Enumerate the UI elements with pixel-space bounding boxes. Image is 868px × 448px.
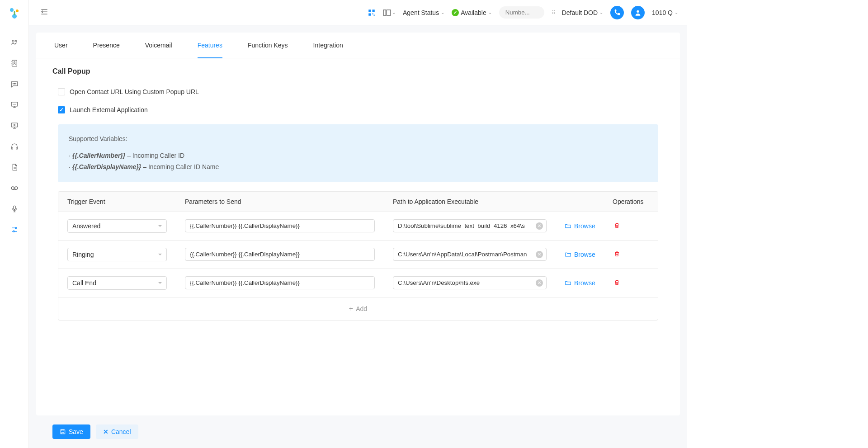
sidebar — [0, 0, 29, 448]
svg-rect-22 — [368, 13, 371, 15]
tab-integration[interactable]: Integration — [313, 33, 343, 58]
svg-rect-14 — [16, 147, 17, 150]
svg-point-19 — [13, 231, 14, 232]
svg-point-3 — [12, 40, 14, 42]
tab-features[interactable]: Features — [198, 33, 222, 58]
browse-button-1[interactable]: Browse — [565, 251, 595, 258]
dialpad-icon[interactable]: ⠿ — [552, 9, 555, 16]
svg-point-16 — [14, 187, 17, 189]
col-path-header: Path to Application Executable — [384, 192, 604, 212]
agent-status-dropdown[interactable]: Agent Status ⌄ — [403, 9, 444, 16]
params-input-2[interactable] — [185, 276, 375, 289]
rule-table: Trigger Event Parameters to Send Path to… — [58, 191, 658, 321]
cancel-button[interactable]: ✕ Cancel — [96, 424, 138, 439]
mic-icon[interactable] — [5, 200, 24, 218]
agent-status-label: Agent Status — [403, 9, 439, 16]
tab-function-keys[interactable]: Function Keys — [248, 33, 288, 58]
dial-button[interactable] — [610, 6, 624, 19]
clear-path-0[interactable]: ✕ — [536, 222, 543, 230]
app-logo[interactable] — [6, 5, 23, 22]
svg-rect-25 — [383, 9, 386, 15]
status-dot-icon — [452, 9, 459, 16]
var2-desc: – Incoming Caller ID Name — [141, 163, 219, 170]
svg-point-15 — [11, 187, 14, 189]
contacts-icon[interactable] — [5, 33, 24, 52]
svg-point-4 — [15, 40, 17, 42]
params-input-0[interactable] — [185, 219, 375, 232]
browse-button-2[interactable]: Browse — [565, 279, 595, 287]
browse-label: Browse — [574, 279, 595, 287]
user-code-label: 1010 Q — [652, 9, 673, 16]
tab-user[interactable]: User — [54, 33, 68, 58]
layout-select[interactable]: ⌄ — [383, 9, 396, 16]
document-icon[interactable] — [5, 158, 24, 176]
features-page: Call Popup Open Contact URL Using Custom… — [36, 58, 680, 415]
svg-rect-21 — [372, 9, 374, 12]
path-input-2[interactable] — [393, 276, 547, 289]
info-box: Supported Variables: · {{.CallerNumber}}… — [58, 124, 658, 182]
monitor2-icon[interactable] — [5, 117, 24, 135]
browse-label: Browse — [574, 251, 595, 258]
table-row: Call End ✕ Browse — [58, 269, 658, 297]
user-code-dropdown[interactable]: 1010 Q ⌄ — [652, 9, 678, 16]
delete-row-0[interactable] — [613, 222, 623, 230]
svg-rect-26 — [387, 9, 391, 15]
svg-point-27 — [637, 10, 639, 12]
path-input-0[interactable] — [393, 219, 547, 232]
availability-dropdown[interactable]: Available ⌄ — [452, 9, 492, 16]
table-row: Ringing ✕ Browse — [58, 241, 658, 269]
add-label: Add — [356, 305, 367, 312]
trigger-select-0[interactable]: Answered — [67, 219, 167, 233]
var2: {{.CallerDisplayName}} — [72, 163, 142, 170]
params-input-1[interactable] — [185, 248, 375, 261]
svg-point-7 — [13, 84, 14, 85]
save-button[interactable]: Save — [52, 424, 90, 439]
qr-icon[interactable] — [368, 9, 376, 17]
chat-icon[interactable] — [5, 75, 24, 93]
svg-point-6 — [14, 61, 15, 63]
tabs: User Presence Voicemail Features Functio… — [36, 33, 680, 58]
save-label: Save — [69, 428, 83, 435]
cancel-label: Cancel — [111, 428, 131, 435]
settings-panel: User Presence Voicemail Features Functio… — [36, 33, 680, 415]
svg-point-8 — [14, 84, 15, 85]
availability-label: Available — [461, 9, 486, 16]
content: User Presence Voicemail Features Functio… — [29, 25, 687, 448]
default-dod-label: Default DOD — [562, 9, 598, 16]
clear-path-2[interactable]: ✕ — [536, 279, 543, 287]
sidebar-toggle-icon[interactable] — [38, 5, 51, 19]
headset-icon[interactable] — [5, 137, 24, 156]
svg-point-0 — [10, 8, 14, 12]
checkbox-open-url[interactable] — [58, 88, 65, 95]
header: ⌄ Agent Status ⌄ Available ⌄ ⠿ Default D… — [29, 0, 687, 25]
path-input-1[interactable] — [393, 248, 547, 261]
clear-path-1[interactable]: ✕ — [536, 251, 543, 258]
table-head: Trigger Event Parameters to Send Path to… — [58, 192, 658, 212]
table-row: Answered ✕ Browse — [58, 212, 658, 241]
svg-rect-5 — [12, 60, 17, 66]
tab-presence[interactable]: Presence — [93, 33, 120, 58]
info-heading: Supported Variables: — [69, 133, 647, 145]
svg-rect-23 — [372, 13, 373, 14]
var1-desc: – Incoming Caller ID — [125, 152, 184, 159]
footer: Save ✕ Cancel — [36, 415, 680, 448]
settings-toggle-icon[interactable] — [5, 221, 24, 239]
svg-point-18 — [15, 227, 16, 229]
address-book-icon[interactable] — [5, 54, 24, 72]
checkbox-launch-app[interactable] — [58, 106, 65, 113]
tab-voicemail[interactable]: Voicemail — [145, 33, 172, 58]
trigger-select-1[interactable]: Ringing — [67, 248, 167, 261]
monitor1-icon[interactable] — [5, 96, 24, 114]
user-avatar[interactable] — [631, 6, 645, 19]
svg-rect-11 — [11, 123, 18, 127]
browse-button-0[interactable]: Browse — [565, 222, 595, 230]
voicemail-icon[interactable] — [5, 179, 24, 197]
svg-point-9 — [15, 84, 16, 85]
add-row-button[interactable]: + Add — [58, 297, 658, 320]
number-search-input[interactable] — [499, 6, 544, 19]
delete-row-1[interactable] — [613, 250, 623, 259]
delete-row-2[interactable] — [613, 279, 623, 287]
default-dod-dropdown[interactable]: Default DOD ⌄ — [562, 9, 603, 16]
trigger-select-2[interactable]: Call End — [67, 276, 167, 290]
col-params-header: Parameters to Send — [176, 192, 384, 212]
